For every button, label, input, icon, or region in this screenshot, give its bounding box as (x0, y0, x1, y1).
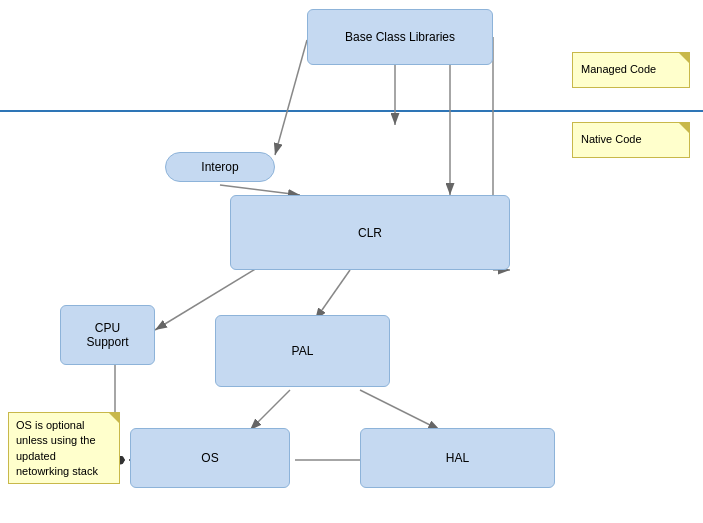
svg-line-6 (275, 40, 307, 155)
os-box: OS (130, 428, 290, 488)
svg-line-7 (315, 270, 350, 320)
os-label: OS (201, 451, 218, 465)
native-code-label: Native Code (581, 132, 642, 147)
hal-label: HAL (446, 451, 469, 465)
managed-code-label: Managed Code (581, 62, 656, 77)
native-code-note: Native Code (572, 122, 690, 158)
bcl-label: Base Class Libraries (345, 30, 455, 44)
managed-code-note: Managed Code (572, 52, 690, 88)
interop-label: Interop (201, 160, 238, 174)
diagram: Base Class Libraries Interop CLR CPUSupp… (0, 0, 703, 523)
pal-box: PAL (215, 315, 390, 387)
divider-line (0, 110, 703, 112)
os-optional-note: OS is optionalunless using theupdatednet… (8, 412, 120, 484)
svg-line-10 (360, 390, 440, 430)
svg-line-5 (220, 185, 300, 195)
os-note-label: OS is optionalunless using theupdatednet… (16, 419, 98, 477)
clr-label: CLR (358, 226, 382, 240)
clr-box: CLR (230, 195, 510, 270)
interop-pill: Interop (165, 152, 275, 182)
pal-label: PAL (292, 344, 314, 358)
bcl-box: Base Class Libraries (307, 9, 493, 65)
cpu-box: CPUSupport (60, 305, 155, 365)
svg-line-9 (250, 390, 290, 430)
hal-box: HAL (360, 428, 555, 488)
cpu-label: CPUSupport (86, 321, 128, 349)
